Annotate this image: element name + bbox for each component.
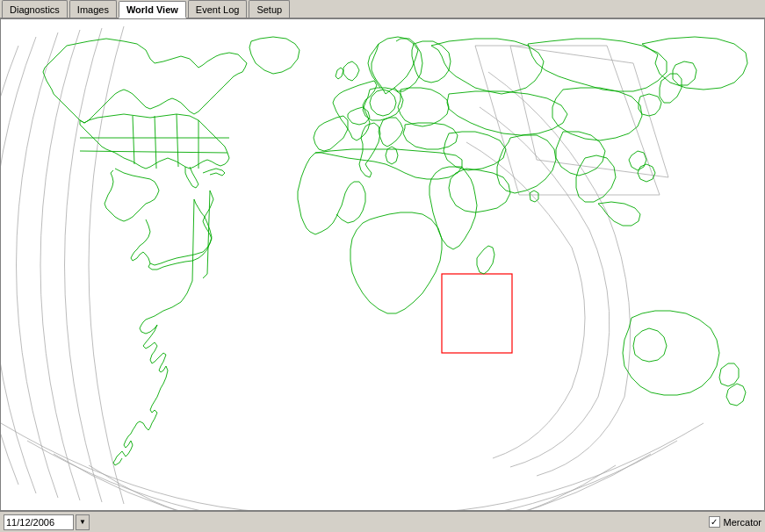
date-input[interactable] bbox=[4, 514, 74, 530]
tab-diagnostics[interactable]: Diagnostics bbox=[2, 0, 68, 18]
world-map bbox=[1, 19, 764, 510]
date-container: ▼ bbox=[4, 514, 90, 530]
tab-setup[interactable]: Setup bbox=[249, 0, 290, 18]
tab-worldview[interactable]: World View bbox=[119, 1, 186, 18]
tab-eventlog[interactable]: Event Log bbox=[188, 0, 248, 18]
date-dropdown-button[interactable]: ▼ bbox=[76, 514, 90, 530]
tab-images[interactable]: Images bbox=[69, 0, 117, 18]
mercator-checkbox[interactable]: ✓ bbox=[709, 516, 720, 528]
svg-rect-0 bbox=[1, 19, 765, 511]
mercator-label: Mercator bbox=[724, 517, 761, 528]
bottom-bar: ▼ ✓ Mercator bbox=[0, 511, 765, 532]
mercator-container: ✓ Mercator bbox=[709, 516, 761, 528]
tab-bar: Diagnostics Images World View Event Log … bbox=[0, 0, 765, 19]
map-area bbox=[0, 19, 765, 511]
